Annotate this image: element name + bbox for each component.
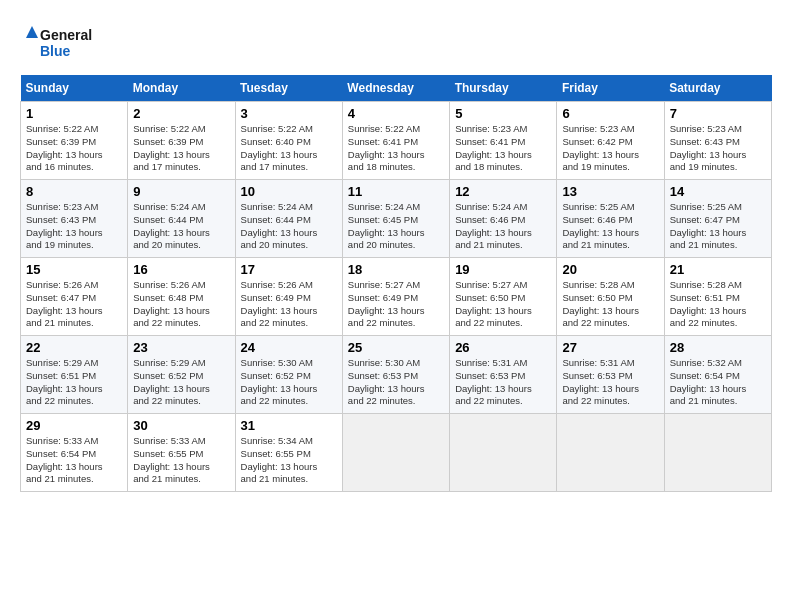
svg-text:Blue: Blue bbox=[40, 43, 71, 59]
calendar-cell: 2Sunrise: 5:22 AM Sunset: 6:39 PM Daylig… bbox=[128, 102, 235, 180]
calendar-cell: 8Sunrise: 5:23 AM Sunset: 6:43 PM Daylig… bbox=[21, 180, 128, 258]
calendar-cell: 20Sunrise: 5:28 AM Sunset: 6:50 PM Dayli… bbox=[557, 258, 664, 336]
day-number: 25 bbox=[348, 340, 444, 355]
day-number: 21 bbox=[670, 262, 766, 277]
calendar-cell: 29Sunrise: 5:33 AM Sunset: 6:54 PM Dayli… bbox=[21, 414, 128, 492]
day-info: Sunrise: 5:30 AM Sunset: 6:53 PM Dayligh… bbox=[348, 357, 444, 408]
day-info: Sunrise: 5:31 AM Sunset: 6:53 PM Dayligh… bbox=[562, 357, 658, 408]
day-info: Sunrise: 5:34 AM Sunset: 6:55 PM Dayligh… bbox=[241, 435, 337, 486]
week-row-4: 22Sunrise: 5:29 AM Sunset: 6:51 PM Dayli… bbox=[21, 336, 772, 414]
calendar-cell: 11Sunrise: 5:24 AM Sunset: 6:45 PM Dayli… bbox=[342, 180, 449, 258]
col-header-thursday: Thursday bbox=[450, 75, 557, 102]
calendar-cell: 27Sunrise: 5:31 AM Sunset: 6:53 PM Dayli… bbox=[557, 336, 664, 414]
calendar-cell: 24Sunrise: 5:30 AM Sunset: 6:52 PM Dayli… bbox=[235, 336, 342, 414]
calendar-cell: 3Sunrise: 5:22 AM Sunset: 6:40 PM Daylig… bbox=[235, 102, 342, 180]
day-number: 12 bbox=[455, 184, 551, 199]
calendar-header-row: SundayMondayTuesdayWednesdayThursdayFrid… bbox=[21, 75, 772, 102]
day-number: 23 bbox=[133, 340, 229, 355]
day-info: Sunrise: 5:26 AM Sunset: 6:49 PM Dayligh… bbox=[241, 279, 337, 330]
col-header-friday: Friday bbox=[557, 75, 664, 102]
calendar-table: SundayMondayTuesdayWednesdayThursdayFrid… bbox=[20, 75, 772, 492]
day-info: Sunrise: 5:29 AM Sunset: 6:51 PM Dayligh… bbox=[26, 357, 122, 408]
day-info: Sunrise: 5:25 AM Sunset: 6:46 PM Dayligh… bbox=[562, 201, 658, 252]
day-info: Sunrise: 5:27 AM Sunset: 6:50 PM Dayligh… bbox=[455, 279, 551, 330]
calendar-cell: 9Sunrise: 5:24 AM Sunset: 6:44 PM Daylig… bbox=[128, 180, 235, 258]
day-number: 31 bbox=[241, 418, 337, 433]
calendar-cell bbox=[342, 414, 449, 492]
calendar-cell: 31Sunrise: 5:34 AM Sunset: 6:55 PM Dayli… bbox=[235, 414, 342, 492]
day-info: Sunrise: 5:26 AM Sunset: 6:48 PM Dayligh… bbox=[133, 279, 229, 330]
day-number: 17 bbox=[241, 262, 337, 277]
calendar-cell: 17Sunrise: 5:26 AM Sunset: 6:49 PM Dayli… bbox=[235, 258, 342, 336]
calendar-cell: 7Sunrise: 5:23 AM Sunset: 6:43 PM Daylig… bbox=[664, 102, 771, 180]
svg-text:General: General bbox=[40, 27, 92, 43]
day-number: 30 bbox=[133, 418, 229, 433]
logo: General Blue bbox=[20, 20, 100, 65]
col-header-sunday: Sunday bbox=[21, 75, 128, 102]
calendar-body: 1Sunrise: 5:22 AM Sunset: 6:39 PM Daylig… bbox=[21, 102, 772, 492]
col-header-wednesday: Wednesday bbox=[342, 75, 449, 102]
week-row-3: 15Sunrise: 5:26 AM Sunset: 6:47 PM Dayli… bbox=[21, 258, 772, 336]
day-info: Sunrise: 5:33 AM Sunset: 6:54 PM Dayligh… bbox=[26, 435, 122, 486]
day-info: Sunrise: 5:24 AM Sunset: 6:45 PM Dayligh… bbox=[348, 201, 444, 252]
day-number: 20 bbox=[562, 262, 658, 277]
day-number: 27 bbox=[562, 340, 658, 355]
day-info: Sunrise: 5:25 AM Sunset: 6:47 PM Dayligh… bbox=[670, 201, 766, 252]
day-number: 14 bbox=[670, 184, 766, 199]
calendar-cell: 13Sunrise: 5:25 AM Sunset: 6:46 PM Dayli… bbox=[557, 180, 664, 258]
day-number: 6 bbox=[562, 106, 658, 121]
day-number: 1 bbox=[26, 106, 122, 121]
calendar-cell: 28Sunrise: 5:32 AM Sunset: 6:54 PM Dayli… bbox=[664, 336, 771, 414]
day-number: 9 bbox=[133, 184, 229, 199]
day-number: 2 bbox=[133, 106, 229, 121]
calendar-cell: 23Sunrise: 5:29 AM Sunset: 6:52 PM Dayli… bbox=[128, 336, 235, 414]
calendar-cell bbox=[557, 414, 664, 492]
day-info: Sunrise: 5:28 AM Sunset: 6:51 PM Dayligh… bbox=[670, 279, 766, 330]
col-header-tuesday: Tuesday bbox=[235, 75, 342, 102]
day-info: Sunrise: 5:23 AM Sunset: 6:43 PM Dayligh… bbox=[670, 123, 766, 174]
day-info: Sunrise: 5:29 AM Sunset: 6:52 PM Dayligh… bbox=[133, 357, 229, 408]
week-row-5: 29Sunrise: 5:33 AM Sunset: 6:54 PM Dayli… bbox=[21, 414, 772, 492]
day-info: Sunrise: 5:24 AM Sunset: 6:46 PM Dayligh… bbox=[455, 201, 551, 252]
day-number: 28 bbox=[670, 340, 766, 355]
day-number: 3 bbox=[241, 106, 337, 121]
week-row-2: 8Sunrise: 5:23 AM Sunset: 6:43 PM Daylig… bbox=[21, 180, 772, 258]
day-info: Sunrise: 5:24 AM Sunset: 6:44 PM Dayligh… bbox=[241, 201, 337, 252]
page-header: General Blue bbox=[20, 20, 772, 65]
calendar-cell: 25Sunrise: 5:30 AM Sunset: 6:53 PM Dayli… bbox=[342, 336, 449, 414]
calendar-cell: 15Sunrise: 5:26 AM Sunset: 6:47 PM Dayli… bbox=[21, 258, 128, 336]
day-info: Sunrise: 5:23 AM Sunset: 6:42 PM Dayligh… bbox=[562, 123, 658, 174]
day-info: Sunrise: 5:31 AM Sunset: 6:53 PM Dayligh… bbox=[455, 357, 551, 408]
day-number: 15 bbox=[26, 262, 122, 277]
calendar-cell: 19Sunrise: 5:27 AM Sunset: 6:50 PM Dayli… bbox=[450, 258, 557, 336]
day-number: 29 bbox=[26, 418, 122, 433]
day-info: Sunrise: 5:33 AM Sunset: 6:55 PM Dayligh… bbox=[133, 435, 229, 486]
day-info: Sunrise: 5:22 AM Sunset: 6:40 PM Dayligh… bbox=[241, 123, 337, 174]
day-number: 16 bbox=[133, 262, 229, 277]
calendar-cell: 16Sunrise: 5:26 AM Sunset: 6:48 PM Dayli… bbox=[128, 258, 235, 336]
calendar-cell: 5Sunrise: 5:23 AM Sunset: 6:41 PM Daylig… bbox=[450, 102, 557, 180]
calendar-cell bbox=[450, 414, 557, 492]
day-info: Sunrise: 5:26 AM Sunset: 6:47 PM Dayligh… bbox=[26, 279, 122, 330]
calendar-cell: 21Sunrise: 5:28 AM Sunset: 6:51 PM Dayli… bbox=[664, 258, 771, 336]
day-number: 7 bbox=[670, 106, 766, 121]
day-number: 13 bbox=[562, 184, 658, 199]
calendar-cell: 6Sunrise: 5:23 AM Sunset: 6:42 PM Daylig… bbox=[557, 102, 664, 180]
calendar-cell: 14Sunrise: 5:25 AM Sunset: 6:47 PM Dayli… bbox=[664, 180, 771, 258]
calendar-cell: 10Sunrise: 5:24 AM Sunset: 6:44 PM Dayli… bbox=[235, 180, 342, 258]
day-info: Sunrise: 5:30 AM Sunset: 6:52 PM Dayligh… bbox=[241, 357, 337, 408]
svg-marker-2 bbox=[26, 26, 38, 38]
day-info: Sunrise: 5:22 AM Sunset: 6:39 PM Dayligh… bbox=[26, 123, 122, 174]
day-number: 10 bbox=[241, 184, 337, 199]
day-number: 5 bbox=[455, 106, 551, 121]
calendar-cell bbox=[664, 414, 771, 492]
calendar-cell: 30Sunrise: 5:33 AM Sunset: 6:55 PM Dayli… bbox=[128, 414, 235, 492]
day-info: Sunrise: 5:32 AM Sunset: 6:54 PM Dayligh… bbox=[670, 357, 766, 408]
day-number: 11 bbox=[348, 184, 444, 199]
day-info: Sunrise: 5:22 AM Sunset: 6:39 PM Dayligh… bbox=[133, 123, 229, 174]
day-info: Sunrise: 5:27 AM Sunset: 6:49 PM Dayligh… bbox=[348, 279, 444, 330]
day-number: 26 bbox=[455, 340, 551, 355]
col-header-monday: Monday bbox=[128, 75, 235, 102]
day-info: Sunrise: 5:28 AM Sunset: 6:50 PM Dayligh… bbox=[562, 279, 658, 330]
day-info: Sunrise: 5:23 AM Sunset: 6:41 PM Dayligh… bbox=[455, 123, 551, 174]
